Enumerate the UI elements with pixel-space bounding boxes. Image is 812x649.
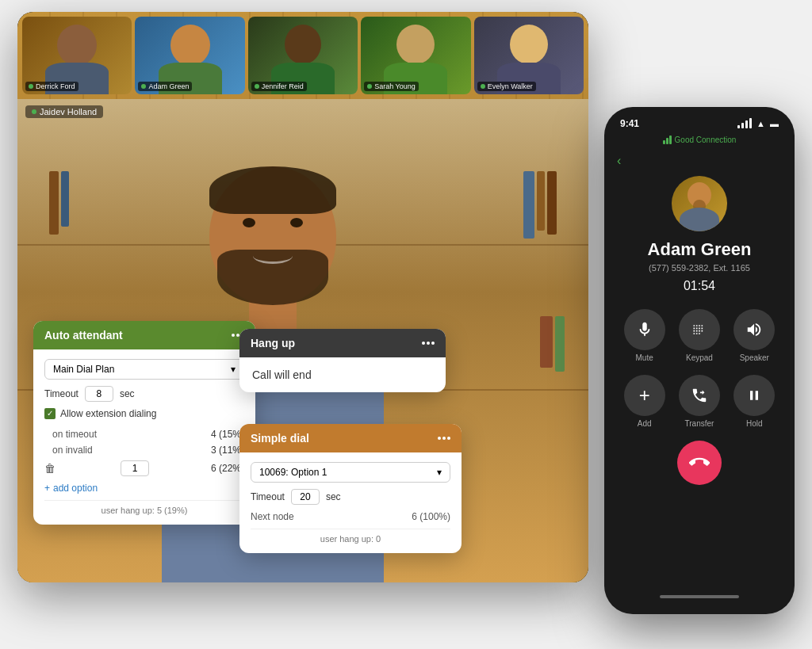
- keypad-button[interactable]: Keypad: [679, 309, 720, 362]
- thumb-label-evelyn: Evelyn Walker: [477, 82, 536, 91]
- hangup-panel: Hang up Call will end: [239, 329, 446, 392]
- controls-row-2: + Add Transfer: [617, 375, 782, 428]
- simple-dial-dot-2: [442, 437, 446, 440]
- speaker-circle: [733, 309, 775, 350]
- thumb-adam[interactable]: Adam Green: [135, 17, 244, 94]
- thumb-sarah[interactable]: Sarah Young: [361, 17, 470, 94]
- avatar-body: [680, 208, 719, 231]
- auto-attendant-panel: Auto attendant Main Dial Plan ▾ Timeout …: [33, 321, 255, 525]
- hangup-menu-dot-2: [427, 342, 430, 345]
- mic-dot-main: [32, 109, 36, 114]
- wifi-icon: ▲: [756, 119, 765, 128]
- on-timeout-row: on timeout 4 (15%): [44, 429, 244, 440]
- simple-dial-menu[interactable]: [438, 437, 450, 440]
- hold-button[interactable]: Hold: [733, 375, 775, 428]
- hangup-menu-dot-3: [431, 342, 435, 345]
- call-timer: 01:54: [684, 279, 715, 293]
- simple-dial-panel: Simple dial 10069: Option 1 ▾ Timeout se…: [239, 424, 462, 553]
- sig-3: [745, 120, 748, 128]
- speaker-button[interactable]: Speaker: [733, 309, 775, 362]
- simple-dial-dot-1: [438, 437, 441, 440]
- user-hangup-stat: user hang up: 5 (19%): [44, 500, 244, 515]
- end-call-button[interactable]: [677, 441, 722, 485]
- simple-user-hangup: user hang up: 0: [251, 529, 450, 544]
- dial-plan-row: Main Dial Plan ▾: [44, 359, 244, 380]
- main-presenter-label: Jaidev Holland: [25, 105, 103, 118]
- mute-circle: [624, 309, 665, 350]
- auto-attendant-body: Main Dial Plan ▾ Timeout sec ✓ Allow ext…: [33, 349, 255, 525]
- mic-active-adam: [141, 84, 146, 89]
- hold-circle: [733, 375, 775, 416]
- hangup-menu-dot-1: [422, 342, 425, 345]
- simple-dial-dot-3: [447, 437, 450, 440]
- signal-icon: [663, 136, 672, 144]
- chevron-down-icon: ▾: [231, 364, 236, 375]
- caller-name: Adam Green: [648, 239, 752, 260]
- caller-ext: (577) 559-2382, Ext. 1165: [649, 263, 750, 273]
- chevron-down-icon-dial: ▾: [437, 467, 442, 478]
- sig-1: [737, 125, 740, 128]
- add-option-button[interactable]: + add option: [44, 483, 244, 494]
- plus-icon: +: [44, 483, 50, 494]
- hangup-header: Hang up: [239, 329, 446, 357]
- thumb-jennifer[interactable]: Jennifer Reid: [248, 17, 358, 94]
- mute-button[interactable]: Mute: [624, 309, 665, 362]
- mic-active-sarah: [367, 84, 372, 89]
- timeout-row: Timeout sec: [44, 386, 244, 402]
- add-circle: +: [624, 375, 665, 416]
- dial-option-row: 10069: Option 1 ▾: [251, 462, 450, 483]
- thumbnail-strip: Derrick Ford Adam Green Jennifer Reid: [17, 12, 588, 99]
- sig-4: [749, 118, 752, 128]
- sig-2: [741, 123, 744, 128]
- phone-status-bar: 9:41 ▲ ▬: [604, 118, 795, 129]
- thumb-label-jennifer: Jennifer Reid: [251, 82, 307, 91]
- thumb-evelyn[interactable]: Evelyn Walker: [474, 17, 584, 94]
- transfer-circle: [679, 375, 720, 416]
- delete-option-row: 🗑 6 (22%): [44, 460, 244, 476]
- next-node-row: Next node 6 (100%): [251, 511, 450, 522]
- home-bar[interactable]: [660, 595, 739, 598]
- mic-active-evelyn: [481, 84, 485, 89]
- transfer-button[interactable]: Transfer: [679, 375, 720, 428]
- allow-ext-row: ✓ Allow extension dialing: [44, 408, 244, 419]
- simple-timeout-input[interactable]: [291, 489, 320, 505]
- connection-status: Good Connection: [663, 136, 737, 144]
- thumb-label-derrick: Derrick Ford: [25, 82, 79, 91]
- hangup-menu[interactable]: [422, 342, 435, 345]
- phone-time: 9:41: [620, 118, 639, 129]
- thumb-derrick[interactable]: Derrick Ford: [22, 17, 132, 94]
- on-invalid-row: on invalid 3 (11%): [44, 445, 244, 456]
- caller-avatar: [672, 176, 727, 231]
- trash-icon[interactable]: 🗑: [44, 462, 56, 475]
- battery-icon: ▬: [770, 119, 779, 128]
- thumb-label-adam: Adam Green: [138, 82, 192, 91]
- phone-device: 9:41 ▲ ▬ Good Connection ‹: [604, 107, 795, 614]
- call-controls: Mute Keypad Speake: [604, 309, 795, 498]
- simple-dial-body: 10069: Option 1 ▾ Timeout sec Next node …: [239, 452, 462, 553]
- signal-bars: [737, 118, 752, 128]
- controls-row-1: Mute Keypad Speake: [617, 309, 782, 362]
- dial-plan-select[interactable]: Main Dial Plan ▾: [44, 359, 244, 380]
- menu-dot-1: [232, 334, 235, 337]
- simple-timeout-row: Timeout sec: [251, 489, 450, 505]
- simple-dial-header: Simple dial: [239, 424, 462, 452]
- hangup-body: Call will end: [239, 357, 446, 392]
- auto-attendant-header: Auto attendant: [33, 321, 255, 349]
- mic-active-derrick: [29, 84, 33, 89]
- back-button[interactable]: ‹: [604, 154, 621, 168]
- timeout-input[interactable]: [85, 386, 113, 402]
- add-button[interactable]: + Add: [624, 375, 665, 428]
- allow-ext-checkbox[interactable]: ✓: [44, 408, 56, 419]
- thumb-label-sarah: Sarah Young: [364, 82, 419, 91]
- mic-active-jennifer: [255, 84, 259, 89]
- keypad-circle: [679, 309, 720, 350]
- dial-option-select[interactable]: 10069: Option 1 ▾: [251, 462, 450, 483]
- option-input[interactable]: [121, 460, 149, 476]
